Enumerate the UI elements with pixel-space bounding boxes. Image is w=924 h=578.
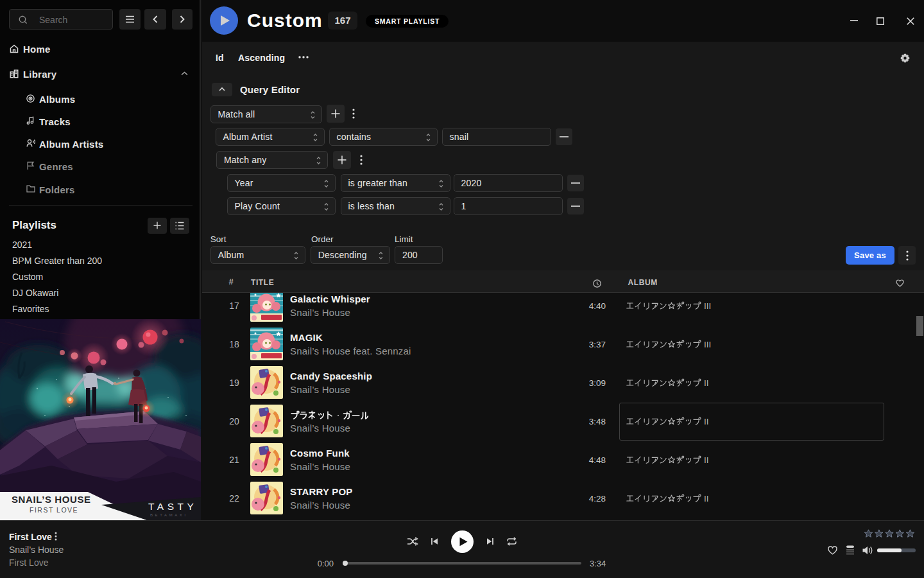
svg-text:III: III <box>704 301 711 311</box>
svg-text:BETAMAXI: BETAMAXI <box>150 513 188 517</box>
svg-text:II: II <box>704 494 709 504</box>
svg-text:TASTY: TASTY <box>148 501 197 512</box>
svg-text:SNAIL’S HOUSE: SNAIL’S HOUSE <box>12 494 91 505</box>
svg-text:II: II <box>704 455 709 465</box>
svg-text:III: III <box>704 340 711 349</box>
svg-text:II: II <box>704 378 709 388</box>
svg-text:FIRST LOVE: FIRST LOVE <box>30 506 78 514</box>
